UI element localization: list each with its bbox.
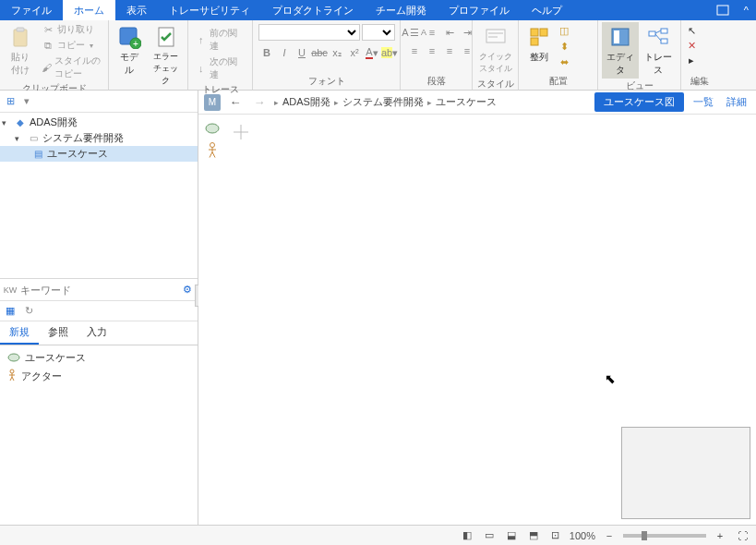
menu-view[interactable]: 表示 — [115, 0, 158, 20]
menu-team[interactable]: チーム開発 — [365, 0, 438, 20]
diagram-node-icon: ▤ — [31, 149, 44, 160]
fit-screen-icon[interactable]: ⛶ — [734, 528, 750, 543]
expander-icon[interactable]: ▾ — [2, 118, 11, 127]
trace-view-button[interactable]: トレース — [641, 22, 678, 79]
layout1-icon[interactable]: ◧ — [459, 528, 475, 543]
layout5-icon[interactable]: ⊡ — [547, 528, 564, 543]
palette-actor[interactable] — [204, 142, 221, 159]
tree-row-root[interactable]: ▾ ◆ ADAS開発 — [0, 115, 198, 130]
tree-tool1-icon[interactable]: ⊞ — [4, 95, 17, 108]
quick-style-button[interactable]: クイック スタイル — [476, 22, 514, 77]
cut-button[interactable]: ✂切り取り — [39, 22, 104, 37]
search-filter-icon[interactable]: ⚙ — [181, 284, 194, 297]
paste-button[interactable]: 貼り付け — [4, 22, 37, 79]
chevron-icon: ▸ — [274, 98, 279, 107]
forward-button[interactable]: → — [250, 93, 269, 112]
svg-rect-7 — [486, 30, 505, 42]
expander-icon[interactable]: ▾ — [15, 134, 24, 143]
italic-button[interactable]: I — [276, 44, 293, 61]
font-color-button[interactable]: A▾ — [364, 44, 380, 61]
collapse-ribbon-icon[interactable]: ^ — [737, 0, 756, 20]
layout3-icon[interactable]: ⬓ — [503, 528, 520, 543]
breadcrumb-item[interactable]: システム要件開発 — [342, 95, 424, 109]
tree-row-package[interactable]: ▾ ▭ システム要件開発 — [0, 130, 198, 146]
tab-input[interactable]: 入力 — [78, 321, 116, 345]
bold-button[interactable]: B — [258, 44, 275, 61]
align-icon — [526, 24, 552, 50]
model-icon: + — [116, 24, 142, 50]
layout2-icon[interactable]: ▭ — [481, 528, 498, 543]
align-center-button[interactable]: ≡ — [424, 42, 440, 59]
toolbox-refresh-icon[interactable]: ↻ — [22, 305, 35, 318]
toolbox-icon[interactable]: ▦ — [4, 305, 17, 318]
align-right-button[interactable]: ≡ — [441, 42, 458, 59]
zoom-out-button[interactable]: − — [601, 528, 618, 543]
highlight-button[interactable]: ab▾ — [381, 44, 398, 61]
bullet-list-button[interactable]: ☰ — [406, 24, 423, 41]
tree-row-diagram[interactable]: ▤ ユースケース — [0, 146, 198, 162]
search-input[interactable] — [20, 285, 177, 296]
copy-button[interactable]: ⧉コピー▾ — [39, 38, 104, 53]
prev-relation-button[interactable]: ↑前の関連 — [192, 26, 248, 54]
edit-cursor-icon[interactable]: ↖ — [685, 24, 698, 37]
editor-icon — [607, 24, 633, 50]
model-button[interactable]: + モデル — [113, 22, 146, 79]
palette-crosshair[interactable] — [232, 124, 248, 140]
style-copy-button[interactable]: 🖌スタイルのコピー — [39, 54, 104, 81]
arrange-op1-icon[interactable]: ◫ — [558, 24, 570, 37]
actor-icon — [7, 369, 17, 383]
tool-usecase[interactable]: ユースケース — [0, 349, 198, 367]
edit-pointer-icon[interactable]: ▸ — [685, 54, 698, 67]
font-size-select[interactable] — [362, 24, 395, 41]
outdent-button[interactable]: ⇤ — [441, 24, 458, 41]
paragraph-group-label: 段落 — [404, 74, 468, 90]
menu-file[interactable]: ファイル — [0, 0, 63, 20]
down-arrow-icon: ↓ — [195, 62, 207, 75]
number-list-button[interactable]: ≡ — [424, 24, 440, 41]
tab-reference[interactable]: 参照 — [39, 321, 78, 345]
breadcrumb-item[interactable]: ADAS開発 — [282, 95, 330, 109]
minimap[interactable] — [621, 427, 750, 519]
tree-toolbar: ⊞ ▾ — [0, 91, 198, 113]
error-check-button[interactable]: エラーチェック — [148, 22, 184, 89]
tool-label: ユースケース — [25, 351, 86, 365]
editor-button[interactable]: エディタ — [602, 22, 639, 79]
layout4-icon[interactable]: ⬒ — [525, 528, 542, 543]
package-node-icon: ▭ — [27, 133, 40, 144]
back-button[interactable]: ← — [226, 93, 245, 112]
menu-traceability[interactable]: トレーサビリティ — [158, 0, 261, 20]
arrange-op3-icon[interactable]: ⬌ — [558, 55, 570, 68]
view-detail-link[interactable]: 詳細 — [723, 95, 750, 109]
window-icon[interactable] — [709, 0, 737, 20]
tool-actor[interactable]: アクター — [0, 367, 198, 385]
align-left-button[interactable]: ≡ — [406, 42, 423, 59]
zoom-in-button[interactable]: + — [712, 528, 728, 543]
breadcrumb-item[interactable]: ユースケース — [436, 95, 497, 109]
diagram-type-badge[interactable]: ユースケース図 — [594, 92, 684, 112]
tab-new[interactable]: 新規 — [0, 321, 39, 345]
zoom-slider[interactable] — [623, 534, 706, 538]
arrange-op2-icon[interactable]: ⬍ — [558, 40, 570, 53]
menu-home[interactable]: ホーム — [63, 0, 115, 20]
menu-help[interactable]: ヘルプ — [521, 0, 573, 20]
underline-button[interactable]: U — [294, 44, 310, 61]
zoom-thumb[interactable] — [642, 531, 647, 540]
next-relation-button[interactable]: ↓次の関連 — [192, 54, 248, 82]
superscript-button[interactable]: x² — [346, 44, 363, 61]
diagram-canvas[interactable]: ⬉ — [198, 115, 756, 525]
view-list-link[interactable]: 一覧 — [690, 95, 717, 109]
statusbar: ◧ ▭ ⬓ ⬒ ⊡ 100% − + ⛶ — [0, 525, 756, 545]
svg-point-19 — [210, 143, 215, 148]
edit-group-label: 編集 — [685, 74, 714, 90]
palette-usecase[interactable] — [204, 120, 221, 137]
align-button[interactable]: 整列 — [522, 22, 556, 66]
menu-profile[interactable]: プロファイル — [438, 0, 521, 20]
subscript-button[interactable]: x₂ — [329, 44, 345, 61]
strike-button[interactable]: abc — [311, 44, 328, 61]
edit-close-icon[interactable]: ✕ — [685, 39, 698, 52]
breadcrumb-m-badge[interactable]: M — [204, 94, 221, 111]
menubar: ファイル ホーム 表示 トレーサビリティ プロダクトライン チーム開発 プロファ… — [0, 0, 756, 20]
menu-productline[interactable]: プロダクトライン — [261, 0, 365, 20]
tree-tool2-icon[interactable]: ▾ — [20, 95, 33, 108]
font-family-select[interactable] — [258, 24, 360, 41]
